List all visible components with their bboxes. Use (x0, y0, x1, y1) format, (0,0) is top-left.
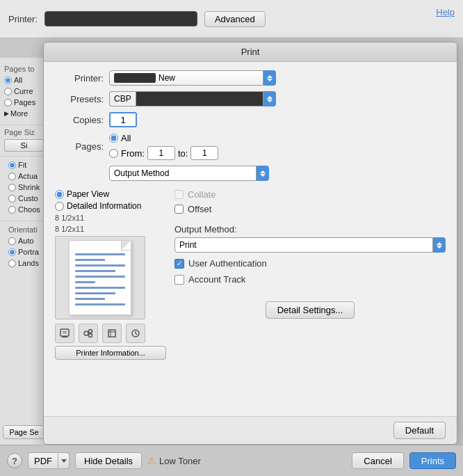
paper-size-label1: 8 1/2x11 (55, 214, 166, 222)
icon-btn-1[interactable] (55, 324, 74, 343)
page-settings-btn-left[interactable]: Page Se (3, 425, 45, 439)
copies-input[interactable]: 1 (109, 112, 137, 127)
help-button[interactable]: ? (7, 453, 22, 468)
hide-details-button[interactable]: Hide Details (75, 452, 142, 469)
print-button[interactable]: Prints (409, 452, 456, 469)
dialog-content: Printer: New Presets: CBP (44, 62, 457, 368)
pages-all-radio[interactable] (109, 134, 118, 143)
bottom-icons-row (55, 324, 166, 343)
pages-to-input[interactable] (190, 146, 218, 160)
dialog-title: Print (44, 42, 457, 62)
pdf-btn-wrap: PDF (28, 452, 70, 469)
pages-label: Pages: (55, 141, 104, 152)
more-triangle: ▶ (4, 110, 9, 117)
cancel-button[interactable]: Cancel (352, 452, 403, 469)
shrink-radio[interactable]: Shrink (4, 182, 44, 193)
presets-label: Presets: (55, 94, 104, 104)
pages-from-input[interactable] (147, 146, 175, 160)
detailed-info-radio[interactable] (55, 202, 64, 211)
paper-line-1 (75, 253, 125, 255)
landscape-radio[interactable]: Lands (4, 257, 44, 269)
fit-section-left: Fit Actua Shrink Custo Choos (0, 156, 48, 216)
pdf-button[interactable]: PDF (28, 452, 58, 469)
pages-from-label: From: (121, 148, 145, 159)
paper-line-7 (75, 287, 125, 289)
more-row-left[interactable]: ▶ More (0, 108, 48, 119)
paper-line-10 (75, 303, 125, 306)
svg-rect-3 (63, 333, 67, 333)
fit-radio[interactable]: Fit (4, 159, 44, 170)
user-auth-checkbox[interactable]: ✓ (174, 259, 184, 269)
portrait-radio[interactable]: Portra (4, 246, 44, 257)
paper-line-2 (75, 259, 105, 261)
printer-select-bg[interactable] (44, 11, 197, 26)
output-method-select[interactable]: Output Method (109, 166, 257, 181)
output-method-select2[interactable]: Print (174, 237, 433, 253)
printer-select-field[interactable]: New (109, 70, 263, 86)
two-col-section: Paper View Detailed Information 8 1/2x11… (55, 189, 446, 360)
pages-row: Pages: All From: to: (55, 133, 446, 160)
pages-to-label: Pages to (0, 62, 48, 74)
paper-view-radio[interactable] (55, 190, 64, 199)
auto-radio[interactable]: Auto (4, 235, 44, 246)
pages-curr-radio-left[interactable]: Curre (0, 86, 48, 97)
default-btn[interactable]: Default (393, 422, 446, 439)
user-auth-row: ✓ User Authentication (174, 258, 446, 269)
actual-radio[interactable]: Actua (4, 170, 44, 182)
detailed-info-radio-row: Detailed Information (55, 201, 166, 211)
paper-size-label2: 8 1/2x11 (55, 225, 166, 233)
choose-radio[interactable]: Choos (4, 204, 44, 215)
print-dialog: Print Printer: New Presets: CBP (43, 42, 457, 445)
low-toner-wrap: ⚠ Low Toner (147, 455, 201, 466)
icon-btn-3[interactable] (102, 324, 122, 343)
dialog-bottom-bar: Default (44, 416, 457, 444)
offset-label: Offset (188, 204, 211, 214)
advanced-button[interactable]: Advanced (204, 11, 266, 27)
pdf-dropdown-arrow[interactable] (58, 452, 70, 469)
presets-text-field[interactable] (136, 91, 263, 106)
presets-prefix: CBP (109, 91, 136, 106)
paper-fold (121, 241, 131, 251)
printer-info-btn[interactable]: Printer Information... (55, 346, 166, 360)
svg-rect-1 (62, 336, 67, 338)
pages-options: All From: to: (109, 133, 218, 160)
offset-checkbox[interactable] (174, 205, 184, 214)
svg-rect-2 (63, 331, 67, 332)
help-link-top[interactable]: Help (436, 7, 455, 17)
output-method-arrow[interactable] (257, 166, 269, 181)
presets-row: Presets: CBP (55, 91, 446, 106)
presets-wrap: CBP (109, 91, 276, 106)
printer-label-bg: Printer: (8, 14, 38, 24)
account-track-checkbox[interactable] (174, 275, 184, 285)
svg-point-4 (84, 331, 88, 335)
pages-all-radio-left[interactable]: All (0, 74, 48, 86)
output-method-select2-wrap: Print (174, 237, 446, 253)
pages-to-label: to: (178, 148, 188, 159)
printer-select-arrow[interactable] (263, 70, 276, 86)
custom-radio[interactable]: Custo (4, 193, 44, 204)
bottom-toolbar: ? PDF Hide Details ⚠ Low Toner Cancel Pr… (0, 445, 463, 476)
pages-all-label: All (121, 133, 131, 143)
svg-point-5 (89, 330, 92, 333)
copies-label: Copies: (55, 115, 104, 125)
paper-line-9 (75, 298, 105, 300)
paper-line-5 (75, 276, 125, 278)
pages-num-radio-left[interactable]: Pages (0, 97, 48, 108)
paper-preview-col: Paper View Detailed Information 8 1/2x11… (55, 189, 166, 360)
pages-from-radio[interactable] (109, 149, 118, 158)
collate-checkbox[interactable] (174, 190, 184, 199)
presets-select-arrow[interactable] (263, 91, 276, 106)
account-track-row: Account Track (174, 274, 446, 285)
paper-lines (75, 253, 125, 306)
pages-from-row: From: to: (109, 146, 218, 160)
icon-btn-4[interactable] (126, 324, 145, 343)
icon-btn-2[interactable] (79, 324, 98, 343)
paper-line-6 (75, 281, 95, 283)
detail-settings-btn[interactable]: Detail Settings... (266, 301, 355, 319)
printer-select-wrap: New (109, 70, 276, 86)
size-button-left[interactable]: Si (4, 139, 44, 152)
output-method-select2-arrow[interactable] (433, 237, 446, 253)
paper-preview (55, 236, 145, 319)
page-size-label-left: Page Siz (0, 125, 48, 138)
output-method-wrap: Output Method (109, 166, 269, 181)
